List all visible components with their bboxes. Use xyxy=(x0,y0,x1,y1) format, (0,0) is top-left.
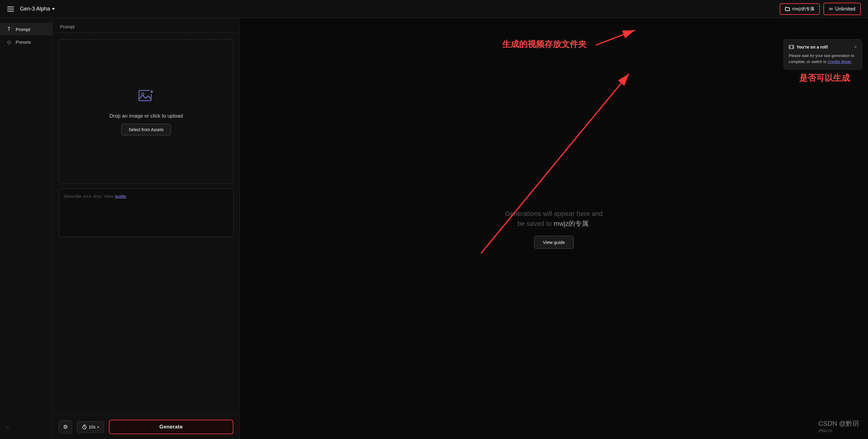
generate-label: Generate xyxy=(159,424,183,430)
infinity-icon: ∞ xyxy=(829,6,833,12)
svg-line-15 xyxy=(596,30,635,45)
folder-button-label: mwjz的专属 xyxy=(792,6,815,12)
hamburger-icon[interactable] xyxy=(7,7,14,11)
right-panel: Generations will appear here andbe saved… xyxy=(240,18,868,439)
panel-header-label: Prompt xyxy=(60,24,74,29)
drop-zone-text: Drop an image or click to upload xyxy=(110,113,183,119)
main-layout: T Prompt ◇ Presets ← Prompt xyxy=(0,18,868,439)
select-assets-button[interactable]: Select from Assets xyxy=(121,124,171,135)
panel-header: Prompt xyxy=(53,18,240,33)
notification-body: Please wait for your last generation to … xyxy=(789,53,857,65)
film-icon xyxy=(789,44,794,50)
topbar-left: Gen-3 Alpha xyxy=(7,6,55,12)
textarea-container: Describe your shot. View guide. xyxy=(59,189,234,238)
prompt-textarea[interactable] xyxy=(59,189,234,237)
unlimited-label: Unlimited xyxy=(835,6,855,12)
view-guide-label: View guide xyxy=(543,240,565,245)
image-upload-icon xyxy=(138,88,155,108)
notification-title-text: You're on a roll! xyxy=(797,44,828,50)
sidebar-item-prompt[interactable]: T Prompt xyxy=(0,23,53,36)
panel-content: Drop an image or click to upload Select … xyxy=(53,33,240,415)
folder-button[interactable]: mwjz的专属 xyxy=(780,3,820,15)
unlimited-button[interactable]: ∞ Unlimited xyxy=(824,3,861,15)
preview-placeholder: Generations will appear here andbe saved… xyxy=(505,209,602,249)
bottom-bar: ⚙ 10s ▾ Generate xyxy=(53,415,240,439)
collapse-icon: ← xyxy=(6,425,10,429)
settings-button[interactable]: ⚙ xyxy=(59,420,72,434)
preview-folder-name: mwjz的专属 xyxy=(553,220,588,227)
watermark-subtext: zhiw.cn xyxy=(818,428,859,433)
sidebar-label-prompt: Prompt xyxy=(16,27,30,32)
duration-label: 10s xyxy=(89,425,96,429)
watermark-text: CSDN @黔玥 xyxy=(818,419,859,428)
select-assets-label: Select from Assets xyxy=(129,127,164,132)
annotation-generate: 是否可以生成 xyxy=(799,72,850,84)
notification-body-after: . xyxy=(851,59,852,64)
svg-rect-6 xyxy=(789,45,794,49)
topbar: Gen-3 Alpha mwjz的专属 ∞ Unlimited xyxy=(0,0,868,18)
chevron-down-small-icon: ▾ xyxy=(97,426,99,429)
notification-header: You're on a roll! × xyxy=(789,44,857,50)
chevron-down-icon xyxy=(52,8,55,10)
topbar-right: mwjz的专属 ∞ Unlimited xyxy=(780,3,861,15)
drop-zone[interactable]: Drop an image or click to upload Select … xyxy=(59,39,234,184)
sidebar-label-presets: Presets xyxy=(16,39,31,44)
sidebar: T Prompt ◇ Presets ← xyxy=(0,18,53,439)
notification-popup: You're on a roll! × Please wait for your… xyxy=(783,39,862,70)
clock-icon xyxy=(82,425,87,429)
folder-icon xyxy=(785,7,790,11)
text-icon: T xyxy=(6,27,12,32)
notification-close-button[interactable]: × xyxy=(854,44,857,50)
notification-credits-link[interactable]: Credits Mode xyxy=(828,59,851,64)
preview-text-after: . xyxy=(588,220,590,227)
annotation-folder: 生成的视频存放文件夹 xyxy=(502,39,587,50)
diamond-icon: ◇ xyxy=(6,39,12,45)
svg-rect-0 xyxy=(139,90,151,101)
notification-title: You're on a roll! xyxy=(789,44,828,50)
sidebar-item-presets[interactable]: ◇ Presets xyxy=(0,36,53,49)
view-guide-button[interactable]: View guide xyxy=(534,236,574,249)
preview-text: Generations will appear here andbe saved… xyxy=(505,209,602,228)
duration-button[interactable]: 10s ▾ xyxy=(77,421,104,433)
app-title-text: Gen-3 Alpha xyxy=(20,6,50,12)
app-title[interactable]: Gen-3 Alpha xyxy=(20,6,55,12)
generate-button[interactable]: Generate xyxy=(109,420,234,434)
collapse-button[interactable]: ← xyxy=(6,425,46,429)
watermark: CSDN @黔玥 zhiw.cn xyxy=(818,419,859,433)
left-panel: Prompt Drop an image or click to upload xyxy=(53,18,240,439)
sidebar-bottom: ← xyxy=(0,420,53,434)
settings-icon: ⚙ xyxy=(63,424,68,430)
